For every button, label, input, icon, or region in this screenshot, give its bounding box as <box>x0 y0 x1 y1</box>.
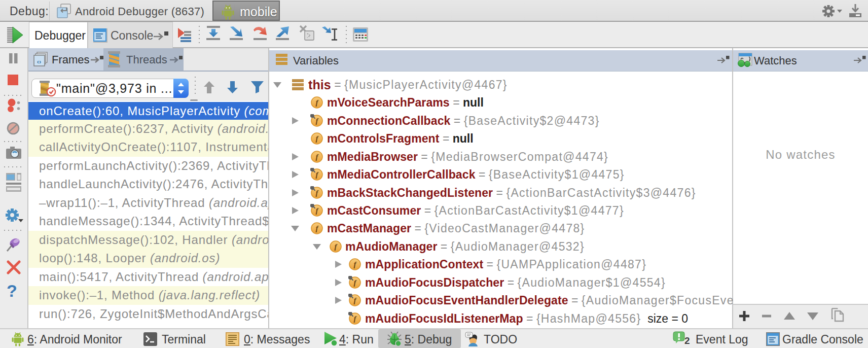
svg-text:‹›: ‹› <box>37 58 42 65</box>
